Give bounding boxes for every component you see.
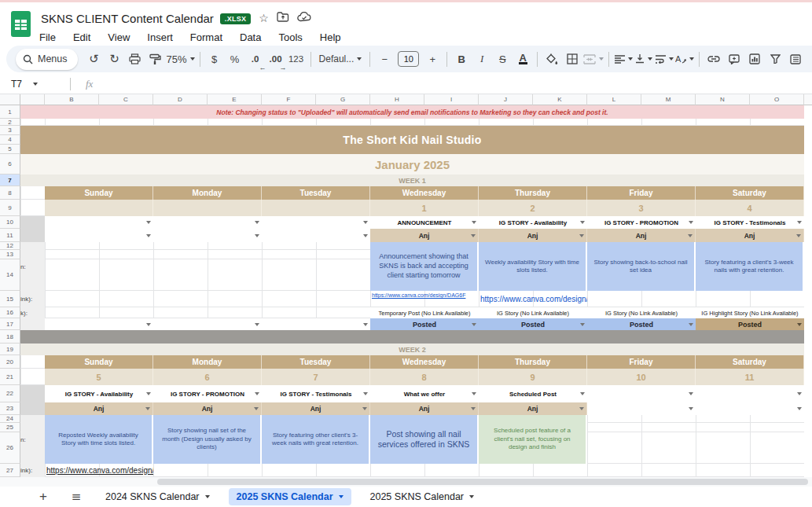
description-cell[interactable]: Story showing back-to-school nail set id… — [587, 242, 696, 291]
undo-button[interactable]: ↺ — [85, 49, 104, 69]
row-header-16[interactable]: 16 — [0, 307, 20, 318]
day-header-sunday[interactable]: Sunday — [45, 355, 153, 369]
number-format-button[interactable]: 123 — [287, 49, 306, 69]
sheet-tab-menu-icon[interactable] — [469, 495, 474, 498]
date-cell[interactable]: 1 — [370, 200, 479, 216]
day-header-wednesday[interactable]: Wednesday — [370, 355, 479, 369]
content-type-cell[interactable] — [153, 216, 262, 229]
row-header-18[interactable]: 18 — [0, 330, 20, 344]
content-type-cell[interactable]: IG STORY - Availability — [45, 385, 153, 402]
owner-cell[interactable]: Anj — [153, 402, 262, 415]
canva-link[interactable]: https://www.canva.com/design/DA( — [479, 291, 587, 307]
column-header-f[interactable]: F — [262, 94, 316, 105]
day-header-saturday[interactable]: Saturday — [696, 355, 804, 369]
status-cell[interactable]: Posted — [370, 318, 479, 330]
owner-cell[interactable] — [153, 229, 262, 242]
note-banner[interactable]: Note: Changing status to "Uploaded" will… — [20, 105, 804, 119]
blank-row[interactable] — [20, 119, 804, 126]
day-header-monday[interactable]: Monday — [153, 186, 262, 200]
content-type-cell[interactable]: IG STORY - Availability — [479, 216, 587, 229]
week-label[interactable]: WEEK 2 — [20, 344, 804, 355]
status-cell[interactable]: Posted — [479, 318, 587, 330]
column-header-n[interactable]: N — [696, 94, 750, 105]
font-family-select[interactable]: Defaul... — [316, 49, 366, 69]
row-header-19[interactable]: 19 — [0, 344, 20, 355]
day-header-tuesday[interactable]: Tuesday — [262, 355, 370, 369]
row-header-3[interactable]: 3 — [0, 126, 20, 135]
day-header-sunday[interactable]: Sunday — [45, 186, 153, 200]
increase-font-size-button[interactable]: + — [423, 49, 442, 69]
menus-search-button[interactable]: Menus — [16, 49, 78, 70]
description-cell[interactable]: Reposted Weekly availability Story with … — [45, 415, 153, 464]
status-cell[interactable]: Posted — [587, 318, 696, 330]
fill-color-button[interactable] — [542, 49, 561, 69]
date-cell[interactable]: 2 — [479, 200, 587, 216]
description-cell[interactable]: Story featuring a client's 3-week nails … — [696, 242, 804, 291]
description-cell[interactable]: Scheduled post feature of a client's nai… — [479, 415, 587, 464]
content-type-cell[interactable] — [45, 216, 153, 229]
owner-cell[interactable]: Anj — [479, 229, 587, 242]
column-header-o[interactable]: O — [750, 94, 804, 105]
owner-cell[interactable]: Anj — [45, 402, 153, 415]
sheet-tab-2[interactable]: 2025 SKNS Calendar — [229, 488, 351, 505]
sheet-tab-1[interactable]: 2024 SKNS Calendar — [97, 488, 218, 505]
day-header-tuesday[interactable]: Tuesday — [262, 186, 370, 200]
date-cell[interactable]: 6 — [153, 369, 262, 385]
add-sheet-button[interactable]: + — [33, 489, 53, 505]
row-header-26[interactable]: 26 — [0, 432, 20, 464]
menu-format[interactable]: Format — [190, 31, 222, 43]
vertical-align-button[interactable] — [634, 49, 653, 69]
content-type-cell[interactable]: IG STORY - PROMOTION — [153, 385, 262, 402]
status-cell[interactable] — [45, 318, 153, 330]
owner-cell[interactable]: Anj — [587, 229, 696, 242]
bold-button[interactable]: B — [452, 49, 471, 69]
zoom-select[interactable]: 75% — [167, 49, 195, 69]
content-type-cell[interactable]: What we offer — [370, 385, 479, 402]
owner-cell[interactable] — [587, 402, 696, 415]
day-header-saturday[interactable]: Saturday — [696, 186, 804, 200]
row-header-23[interactable]: 23 — [0, 402, 20, 415]
status-cell[interactable] — [262, 318, 370, 330]
text-wrap-button[interactable] — [655, 49, 674, 69]
text-color-button[interactable]: A — [513, 49, 532, 69]
post-type-cell[interactable]: IG Story (No Link Available) — [479, 307, 587, 318]
grid-corner[interactable] — [0, 94, 20, 105]
row-header-21[interactable]: 21 — [0, 369, 20, 385]
date-cell[interactable]: 10 — [587, 369, 696, 385]
decrease-decimals-button[interactable]: .0← — [246, 49, 265, 69]
move-folder-icon[interactable] — [277, 12, 289, 22]
menu-insert[interactable]: Insert — [147, 31, 173, 43]
row-header-24[interactable]: 24 — [0, 415, 20, 423]
post-type-cell[interactable]: IG Highlight Story (No Link Available) — [696, 307, 804, 318]
content-type-cell[interactable]: IG STORY - Testimonals — [262, 385, 370, 402]
sheet-tab-menu-icon[interactable] — [339, 495, 344, 498]
column-header-l[interactable]: L — [587, 94, 641, 105]
studio-title[interactable]: The Short Kid Nail Studio — [20, 126, 804, 154]
row-header-22[interactable]: 22 — [0, 385, 20, 402]
column-header-d[interactable]: D — [153, 94, 208, 105]
date-cell[interactable]: 9 — [479, 369, 587, 385]
menu-tools[interactable]: Tools — [278, 31, 302, 43]
increase-decimals-button[interactable]: .00→ — [266, 49, 285, 69]
column-header-i[interactable]: I — [424, 94, 479, 105]
date-cell[interactable] — [262, 200, 370, 216]
row-header-7[interactable]: 7 — [0, 175, 20, 186]
borders-button[interactable] — [563, 49, 582, 69]
column-header-m[interactable]: M — [641, 94, 696, 105]
content-type-cell[interactable]: IG STORY - Testimonals — [696, 216, 804, 229]
post-type-cell[interactable]: Temporary Post (No Link Available) — [370, 307, 479, 318]
menu-data[interactable]: Data — [240, 31, 261, 43]
decrease-font-size-button[interactable]: − — [375, 49, 394, 69]
column-header-c[interactable]: C — [99, 94, 153, 105]
sheet-tab-menu-icon[interactable] — [205, 495, 210, 498]
menu-file[interactable]: File — [39, 31, 56, 43]
column-header-e[interactable]: E — [208, 94, 262, 105]
content-type-cell[interactable] — [696, 385, 804, 402]
status-cell[interactable] — [153, 318, 262, 330]
row-header-13[interactable]: 13 — [0, 250, 20, 259]
paint-format-button[interactable] — [146, 49, 165, 69]
column-header-k[interactable]: K — [533, 94, 587, 105]
row-header-8[interactable]: 8 — [0, 186, 20, 200]
document-title[interactable]: SKNS CLIENT Content Calendar — [41, 12, 214, 25]
date-cell[interactable]: 3 — [587, 200, 696, 216]
